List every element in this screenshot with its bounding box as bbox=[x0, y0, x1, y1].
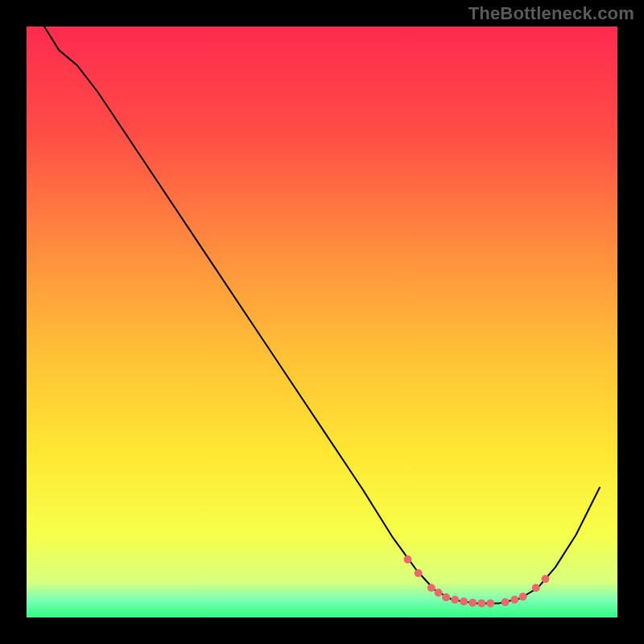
bottleneck-chart bbox=[0, 0, 644, 644]
watermark-text: TheBottleneck.com bbox=[469, 3, 634, 24]
curve-marker bbox=[519, 592, 527, 601]
curve-marker bbox=[502, 598, 510, 606]
chart-container: TheBottleneck.com bbox=[0, 0, 644, 644]
curve-marker bbox=[486, 599, 494, 607]
curve-marker bbox=[460, 597, 468, 605]
curve-marker bbox=[451, 596, 459, 604]
plot-background bbox=[27, 27, 617, 617]
curve-marker bbox=[541, 575, 549, 583]
curve-marker bbox=[510, 596, 518, 604]
curve-marker bbox=[427, 584, 436, 592]
curve-marker bbox=[532, 584, 540, 592]
curve-marker bbox=[435, 588, 443, 597]
curve-marker bbox=[415, 569, 423, 577]
curve-marker bbox=[442, 593, 450, 601]
curve-marker bbox=[403, 555, 411, 564]
curve-marker bbox=[469, 599, 477, 607]
curve-marker bbox=[477, 599, 485, 607]
